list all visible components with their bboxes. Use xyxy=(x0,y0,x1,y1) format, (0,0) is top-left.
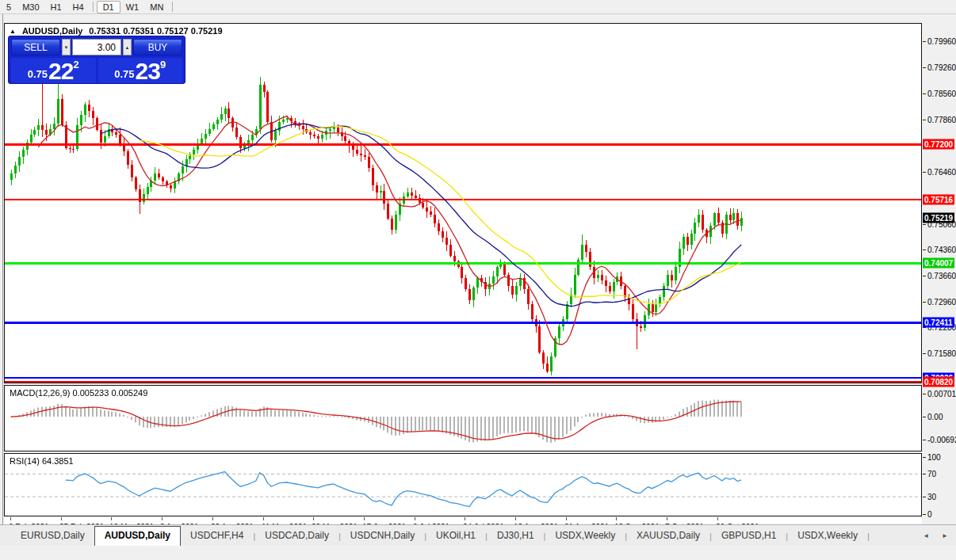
price-badge-0.70820: 0.70820 xyxy=(923,377,954,387)
macd-label: MACD(12,26,9) 0.005233 0.005249 xyxy=(10,388,147,398)
tab-usdx-weekly[interactable]: USDX,Weekly xyxy=(788,527,867,546)
rsi-tick-label: 30 xyxy=(927,493,936,501)
timeframe-button-d1[interactable]: D1 xyxy=(97,1,120,13)
price-axis[interactable]: 0.799600.792600.785600.778600.764600.750… xyxy=(923,23,956,536)
tab-eurusd-daily[interactable]: EURUSD,Daily xyxy=(11,527,94,546)
date-tick-mark xyxy=(212,517,213,520)
tab-scroll-arrows: ◄ ► xyxy=(923,532,948,539)
terminal-window: 5M30H1H4D1W1MN ▲ AUDUSD,Daily 0.75331 0.… xyxy=(0,0,956,560)
price-tick-mark xyxy=(923,302,926,303)
date-tick-mark xyxy=(61,517,62,520)
price-tick-mark xyxy=(923,41,926,42)
sell-price-big: 22 xyxy=(48,59,73,83)
date-tick-mark xyxy=(667,517,667,520)
date-tick-mark xyxy=(364,517,365,520)
macd-tick-label: 0.00 xyxy=(927,413,943,421)
price-badge-0.74007: 0.74007 xyxy=(923,258,954,269)
macd-tick-label: -0.00692 xyxy=(927,435,956,444)
timeframe-button-h4[interactable]: H4 xyxy=(67,1,90,13)
price-tick-mark xyxy=(923,224,926,225)
tab-gbpusd-h1[interactable]: GBPUSD,H1 xyxy=(712,527,786,546)
timeframe-button-w1[interactable]: W1 xyxy=(120,1,145,13)
date-tick-mark xyxy=(162,517,163,520)
date-tick-mark xyxy=(10,517,11,520)
scroll-tabs-left-icon[interactable]: ◄ xyxy=(923,532,929,539)
price-badge-0.72411: 0.72411 xyxy=(923,318,954,328)
rsi-label: RSI(14) 64.3851 xyxy=(10,456,74,466)
date-tick-mark xyxy=(566,517,567,520)
price-badge-0.75716: 0.75716 xyxy=(923,194,954,204)
rsi-tick-label: 100 xyxy=(927,453,941,462)
date-tick-mark xyxy=(717,517,718,520)
sell-price-box[interactable]: 0.75 22 2 xyxy=(11,58,96,83)
price-tick-mark xyxy=(923,93,926,94)
macd-tick-label: 0.007015 xyxy=(927,389,956,398)
sell-button[interactable]: SELL xyxy=(11,39,60,55)
price-tick-label: 0.78560 xyxy=(927,89,956,97)
price-tick-mark xyxy=(923,120,926,120)
timeframe-button-m30[interactable]: M30 xyxy=(17,1,44,13)
toolbar-separator xyxy=(172,2,173,12)
window-splitter[interactable] xyxy=(2,14,3,539)
rsi-tick-mark xyxy=(923,457,926,458)
price-tick-label: 0.79260 xyxy=(927,63,956,71)
timeframe-button-5[interactable]: 5 xyxy=(1,1,17,13)
trade-panel-controls: SELL ▼ ▲ BUY xyxy=(11,39,182,55)
tab-usdchf-h4[interactable]: USDCHF,H4 xyxy=(181,527,253,546)
tabs-container: EURUSD,DailyAUDUSD,DailyUSDCHF,H4|USDCAD… xyxy=(11,526,870,546)
rsi-panel: RSI(14) 64.3851 xyxy=(4,453,922,516)
buy-price-prefix: 0.75 xyxy=(114,68,134,80)
volume-decrease-button[interactable]: ▼ xyxy=(62,39,71,55)
date-tick-mark xyxy=(415,517,415,520)
price-tick-label: 0.73660 xyxy=(927,272,956,280)
macd-tick-mark xyxy=(923,394,926,394)
volume-input[interactable] xyxy=(72,39,121,55)
chart-symbol-label: AUDUSD,Daily xyxy=(22,26,82,36)
rsi-tick-mark xyxy=(923,474,926,474)
rsi-tick-label: 70 xyxy=(927,470,936,478)
price-tick-label: 0.79960 xyxy=(927,37,956,46)
tab-xauusd-daily[interactable]: XAUUSD,Daily xyxy=(627,527,709,546)
chart-tab-bar: EURUSD,DailyAUDUSD,DailyUSDCHF,H4|USDCAD… xyxy=(0,524,956,546)
chart-title: ▲ AUDUSD,Daily 0.75331 0.75351 0.75127 0… xyxy=(10,26,223,36)
price-tick-mark xyxy=(923,250,926,250)
macd-panel: MACD(12,26,9) 0.005233 0.005249 xyxy=(4,385,922,451)
macd-tick-mark xyxy=(923,440,926,440)
date-tick-mark xyxy=(616,517,617,520)
tab-audusd-daily[interactable]: AUDUSD,Daily xyxy=(94,526,181,546)
tab-separator: | xyxy=(867,531,870,546)
buy-price-sup: 9 xyxy=(160,59,166,70)
tab-dj30-h1[interactable]: DJ30,H1 xyxy=(488,527,544,546)
timeframe-button-h1[interactable]: H1 xyxy=(45,1,67,13)
buy-price-big: 23 xyxy=(136,59,160,83)
tab-usdcad-daily[interactable]: USDCAD,Daily xyxy=(255,527,338,546)
price-tick-mark xyxy=(923,172,926,173)
rsi-tick-mark xyxy=(923,514,926,515)
collapse-arrow-icon[interactable]: ▲ xyxy=(10,28,16,35)
price-tick-label: 0.76460 xyxy=(927,167,956,176)
price-badge-0.75219: 0.75219 xyxy=(923,213,954,223)
trade-panel-prices: 0.75 22 2 0.75 23 9 xyxy=(11,58,182,83)
tab-usdcnh-daily[interactable]: USDCNH,Daily xyxy=(341,527,424,546)
sell-price-sup: 2 xyxy=(73,59,78,70)
date-tick-mark xyxy=(263,517,264,520)
macd-tick-mark xyxy=(923,417,926,417)
price-tick-label: 0.74360 xyxy=(927,246,956,254)
price-tick-mark xyxy=(923,276,926,276)
date-tick-mark xyxy=(111,517,112,520)
date-tick-mark xyxy=(313,517,314,520)
buy-button[interactable]: BUY xyxy=(133,39,182,55)
timeframe-button-mn[interactable]: MN xyxy=(144,1,169,13)
price-tick-label: 0.71580 xyxy=(927,349,956,358)
rsi-canvas[interactable] xyxy=(5,454,921,516)
price-tick-mark xyxy=(923,67,926,68)
date-tick-mark xyxy=(515,517,516,520)
buy-price-box[interactable]: 0.75 23 9 xyxy=(98,58,183,83)
one-click-trade-panel: SELL ▼ ▲ BUY 0.75 22 2 0.75 23 9 xyxy=(8,36,185,84)
tab-usdx-weekly[interactable]: USDX,Weekly xyxy=(545,527,625,546)
volume-increase-button[interactable]: ▲ xyxy=(123,39,132,55)
scroll-tabs-right-icon[interactable]: ► xyxy=(942,532,948,539)
tab-ukoil-h1[interactable]: UKOil,H1 xyxy=(426,527,485,546)
sell-price-prefix: 0.75 xyxy=(28,68,48,80)
chart-ohlc-values: 0.75331 0.75351 0.75127 0.75219 xyxy=(89,26,222,36)
